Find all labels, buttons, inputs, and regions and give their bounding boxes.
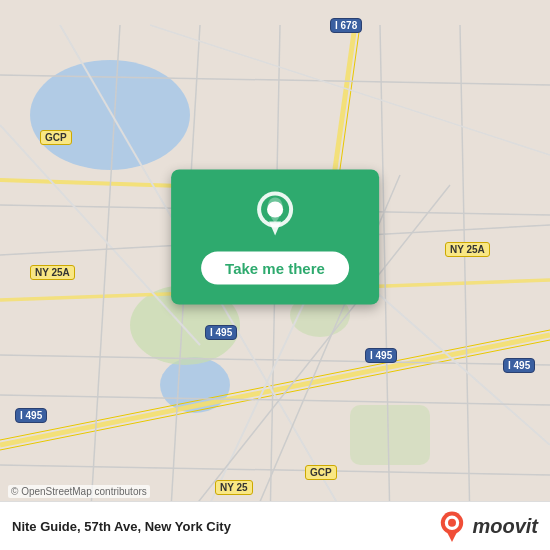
moovit-logo: moovit	[436, 510, 538, 542]
label-ny25a-1: NY 25A	[30, 265, 75, 280]
moovit-brand-name: moovit	[472, 515, 538, 538]
map-container: GCP NY 25A NY 25A I 678 I 495 I 495 I 49…	[0, 0, 550, 550]
location-info: Nite Guide, 57th Ave, New York City	[12, 519, 231, 534]
label-i678: I 678	[330, 18, 362, 33]
moovit-icon	[436, 510, 468, 542]
label-i495-3: I 495	[503, 358, 535, 373]
label-i495-1: I 495	[205, 325, 237, 340]
location-name: Nite Guide, 57th Ave, New York City	[12, 519, 231, 534]
svg-rect-5	[350, 405, 430, 465]
svg-point-38	[448, 519, 456, 527]
label-gcp-1: GCP	[40, 130, 72, 145]
label-i495-2: I 495	[365, 348, 397, 363]
svg-marker-35	[269, 221, 281, 235]
label-ny25: NY 25	[215, 480, 253, 495]
card-overlay: Take me there	[171, 169, 379, 304]
bottom-bar: Nite Guide, 57th Ave, New York City moov…	[0, 501, 550, 550]
take-me-there-button[interactable]: Take me there	[201, 251, 349, 284]
label-i495-4: I 495	[15, 408, 47, 423]
location-pin-icon	[250, 189, 300, 239]
label-ny25a-2: NY 25A	[445, 242, 490, 257]
label-gcp-2: GCP	[305, 465, 337, 480]
copyright-text: © OpenStreetMap contributors	[8, 485, 150, 498]
